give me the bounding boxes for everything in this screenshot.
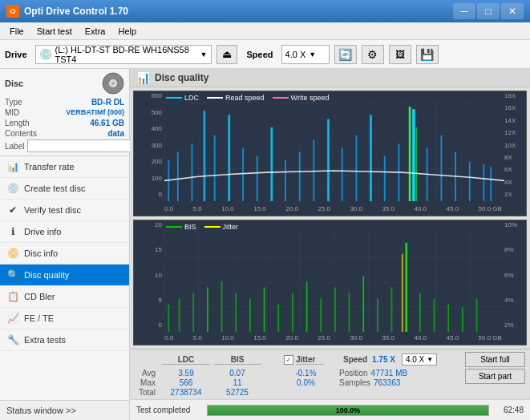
nav-cd-bler-label: CD Bler (24, 292, 55, 301)
stats-values-area: Avg Max Total 3.59 566 2738734 0.07 11 5… (135, 369, 525, 397)
menu-extra[interactable]: Extra (79, 25, 112, 38)
legend-jitter-dot (204, 226, 220, 228)
svg-rect-15 (314, 139, 315, 201)
eject-button[interactable]: ⏏ (216, 45, 237, 64)
refresh-button[interactable]: 🔄 (334, 45, 357, 64)
jitter-checkbox[interactable]: ✓ (284, 355, 293, 365)
legend-ldc: LDC (166, 94, 199, 102)
disc-section-title: Disc (5, 79, 23, 88)
maximize-button[interactable]: □ (477, 3, 500, 19)
progress-percent-label: 100.0% (208, 406, 488, 415)
svg-rect-7 (204, 111, 206, 201)
menu-start-test[interactable]: Start test (30, 25, 79, 38)
chart1-y-axis-left: 600 500 400 300 200 100 0 (136, 91, 164, 200)
start-full-button[interactable]: Start full (465, 352, 525, 367)
chart2-y-axis-right: 10% 8% 6% 4% 2% (504, 220, 524, 330)
chart1-legend: LDC Read speed Write speed (166, 94, 329, 102)
position-row: Position 47731 MB (339, 369, 407, 378)
title-bar: O Opti Drive Control 1.70 ─ □ ✕ (0, 0, 530, 22)
time-display: 62:48 (496, 406, 524, 414)
chart2-y-axis-left: 20 15 10 5 0 (136, 220, 164, 330)
svg-rect-46 (362, 277, 364, 332)
nav-cd-bler[interactable]: 📋 CD Bler (0, 286, 129, 308)
samples-value: 763363 (374, 378, 400, 387)
speed-select[interactable]: 4.0 X ▼ (281, 45, 330, 64)
chart-panel-1: LDC Read speed Write speed 600 500 40 (133, 91, 527, 216)
nav-create-test-disc[interactable]: 💿 Create test disc (0, 178, 129, 200)
start-part-btn-area: Start part (465, 369, 525, 384)
nav-list: 📊 Transfer rate 💿 Create test disc ✔ Ver… (0, 156, 129, 351)
nav-verify-test-disc[interactable]: ✔ Verify test disc (0, 200, 129, 221)
create-test-disc-icon: 💿 (6, 182, 19, 195)
svg-rect-17 (342, 147, 343, 201)
start-part-button[interactable]: Start part (465, 369, 525, 384)
minimize-button[interactable]: ─ (453, 3, 475, 19)
samples-row: Samples 763363 (339, 378, 407, 387)
menu-help[interactable]: Help (111, 25, 143, 38)
menu-bar: File Start test Extra Help (0, 22, 530, 40)
nav-transfer-rate[interactable]: 📊 Transfer rate (0, 156, 129, 178)
dq-icon: 📊 (136, 71, 150, 84)
disc-icon (102, 72, 124, 95)
nav-create-test-disc-label: Create test disc (24, 184, 85, 193)
svg-rect-44 (334, 287, 336, 332)
fe-te-icon: 📈 (6, 312, 19, 325)
progress-status-text: Test completed (136, 406, 200, 414)
disc-field-length: Length 46.61 GB (5, 119, 124, 127)
legend-ldc-dot (166, 97, 182, 99)
ldc-values: 3.59 566 2738734 (162, 369, 210, 397)
transfer-rate-icon: 📊 (6, 160, 19, 173)
nav-fe-te-label: FE / TE (24, 313, 54, 323)
nav-disc-quality[interactable]: 🔍 Disc quality (0, 265, 129, 286)
right-content: 📊 Disc quality LDC Read speed (130, 69, 530, 420)
close-button[interactable]: ✕ (501, 3, 524, 19)
save-button[interactable]: 💾 (416, 45, 439, 64)
start-buttons-area: Start full (465, 352, 525, 367)
drive-select[interactable]: 💿 (L:) HL-DT-ST BD-RE WH16NS58 TST4 ▼ (35, 45, 212, 64)
stats-row-labels: Avg Max Total (135, 369, 159, 397)
settings-button[interactable]: ⚙ (362, 45, 384, 64)
nav-fe-te[interactable]: 📈 FE / TE (0, 308, 129, 329)
position-samples: Position 47731 MB Samples 763363 (339, 369, 407, 387)
svg-rect-28 (490, 167, 492, 201)
disc-quality-header: 📊 Disc quality (130, 69, 530, 87)
svg-point-2 (111, 82, 115, 85)
image-button[interactable]: 🖼 (389, 45, 411, 64)
svg-rect-51 (434, 298, 435, 332)
nav-disc-info[interactable]: 📀 Disc info (0, 243, 129, 265)
bis-total: 52725 (213, 388, 261, 397)
menu-file[interactable]: File (3, 25, 30, 38)
nav-extra-tests[interactable]: 🔧 Extra tests (0, 329, 129, 351)
chart-panel-2: BIS Jitter 20 15 10 5 0 10 (133, 220, 527, 345)
legend-bis-label: BIS (184, 223, 196, 231)
verify-test-disc-icon: ✔ (6, 204, 19, 216)
svg-rect-48 (391, 287, 393, 332)
svg-rect-43 (320, 298, 322, 332)
nav-drive-info[interactable]: ℹ Drive info (0, 221, 129, 243)
progress-section: Test completed 100.0% 62:48 (130, 399, 530, 420)
legend-write-speed: Write speed (273, 94, 330, 102)
nav-disc-info-label: Disc info (24, 248, 58, 258)
disc-quality-title: Disc quality (155, 72, 208, 83)
cd-bler-icon: 📋 (6, 290, 19, 303)
speed-dropdown-area: 4.0 X ▼ (402, 353, 437, 365)
svg-rect-5 (177, 152, 179, 202)
svg-rect-22 (412, 109, 415, 201)
app-icon: O (6, 5, 19, 18)
extra-tests-icon: 🔧 (6, 333, 19, 346)
svg-rect-42 (306, 282, 308, 333)
svg-rect-35 (207, 287, 208, 332)
speed-dropdown[interactable]: 4.0 X ▼ (402, 353, 437, 365)
chart1-svg (164, 103, 504, 201)
type-label: Type (5, 98, 49, 107)
length-value: 46.61 GB (49, 119, 124, 127)
mid-label: MID (5, 108, 49, 117)
label-input[interactable] (27, 139, 134, 152)
mid-value: VERBATIMf (000) (49, 108, 124, 117)
stats-header-row: LDC BIS ✓ Jitter Speed 1.75 X 4.0 X ▼ (135, 352, 525, 367)
svg-rect-41 (292, 293, 293, 332)
status-window-button[interactable]: Status window >> (0, 400, 129, 420)
svg-rect-47 (377, 298, 378, 332)
window-controls: ─ □ ✕ (453, 3, 524, 19)
svg-rect-36 (221, 282, 223, 333)
